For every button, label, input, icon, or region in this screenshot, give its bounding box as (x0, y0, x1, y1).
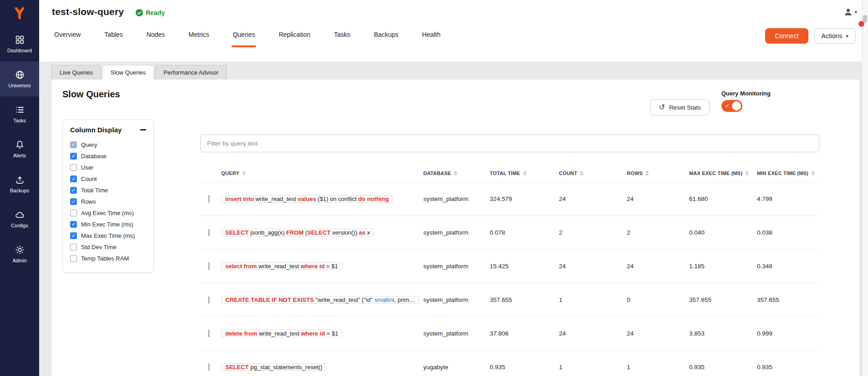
column-option-database[interactable]: Database (70, 150, 146, 162)
query-text[interactable]: CREATE TABLE IF NOT EXISTS "write_read_t… (221, 296, 419, 304)
cell-total-time: 0.935 (490, 364, 559, 371)
query-filter-input[interactable] (200, 135, 819, 152)
tab-queries[interactable]: Queries (232, 21, 256, 47)
table-row[interactable]: CREATE TABLE IF NOT EXISTS "write_read_t… (200, 283, 819, 317)
column-option-std-dev-time[interactable]: Std Dev Time (70, 241, 146, 253)
table-row[interactable]: SELECT jsonb_agg(x) FROM (SELECT version… (200, 216, 819, 250)
column-option-avg-exec-time-ms[interactable]: Avg Exec Time (ms) (70, 207, 146, 219)
reset-stats-button[interactable]: ↺ Reset Stats (650, 99, 709, 115)
sort-icon[interactable] (811, 171, 815, 175)
tab-metrics[interactable]: Metrics (188, 21, 210, 47)
tab-replication[interactable]: Replication (278, 21, 311, 47)
actions-button[interactable]: Actions ▾ (814, 28, 856, 44)
query-text[interactable]: delete from write_read_test where id = $… (221, 330, 342, 337)
sort-icon[interactable] (645, 171, 649, 175)
sql-token-kw: SELECT (225, 364, 249, 371)
user-menu[interactable]: ▾ (843, 7, 857, 17)
subtab-slow-queries[interactable]: Slow Queries (102, 65, 154, 80)
app-root: DashboardUniversesTasksAlertsBackupsConf… (0, 0, 868, 376)
row-checkbox[interactable] (208, 296, 209, 304)
column-header-total-time[interactable]: TOTAL TIME (490, 170, 559, 176)
table-row[interactable]: SELECT pg_stat_statements_reset()yugabyt… (200, 351, 819, 376)
tab-nodes[interactable]: Nodes (146, 21, 166, 47)
query-cell: delete from write_read_test where id = $… (221, 329, 423, 339)
column-option-label: Avg Exec Time (ms) (81, 210, 134, 216)
checkbox-rows[interactable] (70, 198, 77, 205)
column-header-count[interactable]: COUNT (559, 170, 627, 176)
table-row[interactable]: insert into write_read_test values ($1) … (200, 182, 819, 216)
checkbox-count[interactable] (70, 175, 77, 182)
tab-backups[interactable]: Backups (373, 21, 400, 47)
sidebar-item-universes[interactable]: Universes (0, 61, 39, 96)
cell-rows: 24 (627, 263, 689, 270)
query-text[interactable]: insert into write_read_test values ($1) … (221, 195, 393, 203)
column-option-max-exec-time-ms[interactable]: Max Exec Time (ms) (70, 230, 146, 241)
sort-icon[interactable] (242, 171, 246, 175)
column-option-user[interactable]: User (70, 162, 146, 173)
query-monitoring-toggle[interactable]: ✓ (721, 100, 742, 112)
yugabyte-logo[interactable] (0, 0, 39, 26)
sidebar-item-tasks[interactable]: Tasks (0, 96, 39, 131)
checkbox-database[interactable] (70, 153, 77, 160)
query-text[interactable]: select from write_read_test where id = $… (221, 262, 342, 270)
column-option-query[interactable]: Query (70, 139, 146, 150)
tab-overview[interactable]: Overview (53, 21, 81, 47)
column-option-total-time[interactable]: Total Time (70, 185, 146, 196)
reset-stats-label: Reset Stats (669, 104, 701, 111)
sort-icon[interactable] (580, 171, 584, 175)
checkbox-max-exec-time-ms[interactable] (70, 232, 77, 239)
sidebar-item-alerts[interactable]: Alerts (0, 131, 39, 166)
connect-button[interactable]: Connect (765, 28, 808, 44)
column-header-rows[interactable]: ROWS (627, 170, 689, 176)
tab-tables[interactable]: Tables (103, 21, 123, 47)
sidebar-item-label: Tasks (13, 118, 26, 123)
cell-min-exec-time: 0.935 (757, 364, 819, 371)
sort-icon[interactable] (523, 171, 527, 175)
vertical-scrollbar[interactable] (862, 0, 868, 376)
sidebar-item-dashboard[interactable]: Dashboard (0, 26, 39, 61)
column-option-temp-tables-ram[interactable]: Temp Tables RAM (70, 253, 146, 264)
column-header-database[interactable]: DATABASE (423, 170, 490, 176)
subtab-live-queries[interactable]: Live Queries (51, 65, 101, 80)
column-option-rows[interactable]: Rows (70, 196, 146, 207)
checkbox-min-exec-time-ms[interactable] (70, 221, 77, 228)
row-checkbox[interactable] (208, 363, 209, 371)
checkbox-total-time[interactable] (70, 187, 77, 194)
column-option-label: Total Time (81, 187, 108, 194)
checkbox-std-dev-time[interactable] (70, 244, 77, 251)
checkbox-avg-exec-time-ms[interactable] (70, 210, 77, 216)
checkbox-temp-tables-ram[interactable] (70, 255, 77, 262)
column-header-query[interactable]: QUERY (221, 170, 423, 176)
dashboard-icon (15, 35, 25, 45)
row-checkbox[interactable] (208, 195, 209, 203)
query-text[interactable]: SELECT pg_stat_statements_reset() (221, 363, 326, 371)
sidebar-item-backups[interactable]: Backups (0, 166, 39, 201)
row-checkbox-cell (200, 330, 221, 337)
tab-health[interactable]: Health (421, 21, 441, 47)
column-option-min-exec-time-ms[interactable]: Min Exec Time (ms) (70, 219, 146, 230)
column-header-max-exec-time-ms[interactable]: MAX EXEC TIME (MS) (689, 170, 757, 176)
sidebar-item-configs[interactable]: Configs (0, 201, 39, 236)
user-icon (843, 7, 853, 17)
collapse-icon[interactable] (140, 129, 146, 130)
sql-token-kw: where id (301, 330, 325, 337)
table-row[interactable]: delete from write_read_test where id = $… (200, 317, 819, 351)
cell-rows: 2 (627, 229, 689, 236)
sort-icon[interactable] (454, 171, 457, 175)
cell-total-time: 357.655 (490, 296, 559, 303)
cell-total-time: 37.806 (490, 330, 559, 337)
query-text[interactable]: SELECT jsonb_agg(x) FROM (SELECT version… (221, 229, 374, 236)
subtab-performance-advisor[interactable]: Performance Advisor (155, 65, 227, 80)
checkbox-user[interactable] (70, 164, 77, 171)
checkbox-query[interactable] (70, 141, 77, 148)
row-checkbox[interactable] (208, 330, 209, 337)
sort-icon[interactable] (745, 171, 749, 175)
column-option-count[interactable]: Count (70, 173, 146, 185)
table-row[interactable]: select from write_read_test where id = $… (200, 250, 819, 283)
row-checkbox[interactable] (208, 229, 209, 236)
sidebar-item-label: Alerts (13, 153, 26, 158)
row-checkbox[interactable] (208, 262, 209, 270)
column-header-min-exec-time-ms[interactable]: MIN EXEC TIME (MS) (757, 170, 819, 176)
tab-tasks[interactable]: Tasks (333, 21, 351, 47)
sidebar-item-admin[interactable]: Admin (0, 236, 39, 271)
